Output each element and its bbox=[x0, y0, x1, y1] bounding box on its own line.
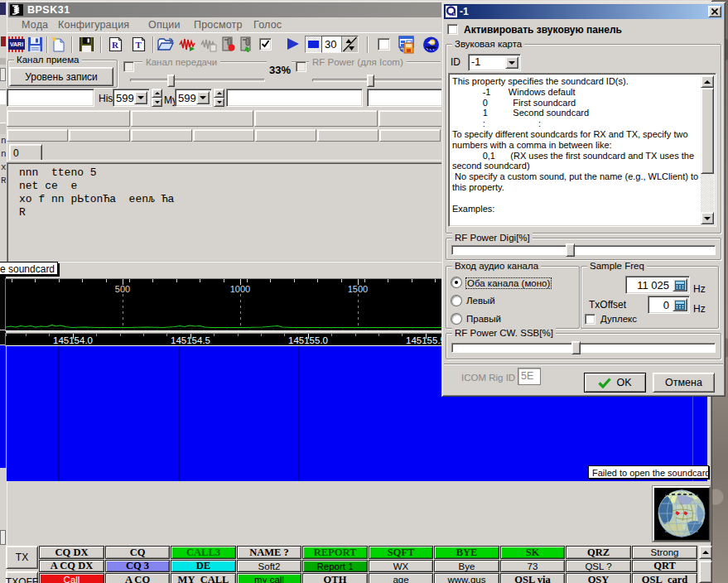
his-rst-spinner[interactable] bbox=[152, 89, 162, 107]
help-scrollbar[interactable] bbox=[701, 75, 714, 224]
menu-item-moda[interactable]: Мода bbox=[22, 19, 48, 31]
rf-power-slider-thumb[interactable] bbox=[367, 75, 374, 87]
save-dark-icon[interactable] bbox=[79, 36, 94, 52]
wave-red-icon[interactable] bbox=[179, 36, 196, 52]
ok-button[interactable]: OK bbox=[584, 373, 646, 393]
macro-button-sqft[interactable]: SQFT bbox=[369, 546, 433, 559]
icom-rig-id-field[interactable]: 5E bbox=[518, 368, 541, 385]
my-rst-combo[interactable]: 599 bbox=[175, 89, 212, 107]
macro-button-cq[interactable]: CQ bbox=[105, 546, 170, 559]
save-blue-icon[interactable] bbox=[27, 36, 43, 52]
macro-button-a-cq[interactable]: A CQ bbox=[105, 573, 170, 583]
rx-tab[interactable]: 0 bbox=[9, 144, 42, 161]
cancel-button[interactable]: Отмена bbox=[653, 373, 715, 393]
rf-power-checkbox[interactable] bbox=[296, 61, 306, 72]
macro-button-www-qus[interactable]: www.qus bbox=[434, 573, 499, 583]
macro-button-my-call[interactable]: my call bbox=[237, 573, 301, 583]
tx-level-slider-thumb[interactable] bbox=[167, 75, 175, 87]
macro-button-soft2[interactable]: Soft2 bbox=[237, 560, 301, 572]
macro-button-qsl-card[interactable]: QSL_card bbox=[632, 573, 697, 583]
rf-digi-slider-thumb[interactable] bbox=[566, 243, 575, 257]
macro-button-73[interactable]: 73 bbox=[500, 560, 565, 572]
macro-button-de[interactable]: DE bbox=[171, 560, 236, 572]
squelch-value[interactable]: 30 bbox=[325, 38, 336, 51]
txoffset-keypad-button[interactable] bbox=[673, 298, 687, 311]
macro-button-bye[interactable]: BYE bbox=[434, 546, 499, 559]
his-rst-dropdown-button[interactable] bbox=[134, 91, 147, 104]
tx-channel-checkbox[interactable] bbox=[123, 61, 134, 72]
tx-button[interactable]: TX bbox=[6, 546, 38, 569]
his-rst-spin-down[interactable] bbox=[152, 98, 162, 107]
macro-button-bye[interactable]: Bye bbox=[434, 560, 499, 572]
macro-button-qrz[interactable]: QRZ bbox=[566, 546, 631, 559]
page-t-icon[interactable]: T bbox=[131, 36, 147, 52]
macro-button-call3[interactable]: CALL3 bbox=[171, 546, 236, 559]
vari-chip-icon[interactable]: VARI bbox=[8, 36, 25, 52]
macro-scroll-thumb[interactable] bbox=[699, 561, 712, 583]
rf-digi-slider-track[interactable] bbox=[451, 245, 716, 255]
macro-button-qsl-[interactable]: QSL ? bbox=[566, 560, 631, 572]
sample-freq-keypad-button[interactable] bbox=[673, 278, 687, 292]
macro-button-age[interactable]: age bbox=[369, 573, 433, 583]
checked-box-icon[interactable] bbox=[259, 38, 272, 51]
new-file-icon[interactable] bbox=[51, 36, 66, 52]
help-scroll-up-button[interactable] bbox=[701, 75, 714, 88]
macro-button-qsy[interactable]: QSY bbox=[566, 573, 631, 583]
macro-button-qrt[interactable]: QRT bbox=[632, 560, 697, 572]
id-combo-dropdown-button[interactable] bbox=[505, 56, 518, 69]
radio-left-channel[interactable] bbox=[451, 296, 461, 306]
record-level-button[interactable]: Уровень записи bbox=[9, 67, 113, 86]
soundcard-help-area[interactable]: This property specifies the soundcard ID… bbox=[448, 73, 716, 227]
macro-button-wx[interactable]: WX bbox=[369, 560, 433, 572]
macro-button-my-call[interactable]: MY_CALL bbox=[171, 573, 236, 583]
menu-item-konfiguraciya[interactable]: Конфигурация bbox=[58, 19, 129, 31]
menu-item-prosmotr[interactable]: Просмотр bbox=[194, 19, 243, 31]
macro-button-sk[interactable]: SK bbox=[500, 546, 565, 559]
squelch-updown-icon[interactable] bbox=[341, 36, 358, 52]
macro-button-cq-3[interactable]: CQ 3 bbox=[105, 560, 170, 572]
help-scroll-down-button[interactable] bbox=[701, 212, 714, 224]
macro-button-report-1[interactable]: Report 1 bbox=[302, 560, 368, 572]
open-folder-icon[interactable] bbox=[157, 36, 175, 52]
macro-button-strong[interactable]: Strong bbox=[632, 546, 697, 559]
dialog-titlebar[interactable]: 3 -1 bbox=[444, 4, 723, 19]
my-rst-dropdown-button[interactable] bbox=[196, 91, 210, 104]
menu-item-opcii[interactable]: Опции bbox=[148, 19, 181, 31]
callsign-input[interactable] bbox=[7, 89, 94, 107]
page-r-icon[interactable]: R bbox=[108, 36, 123, 52]
macro-scroll-up-button[interactable] bbox=[699, 546, 712, 559]
name-input[interactable] bbox=[226, 89, 363, 107]
radio-right-channel[interactable] bbox=[451, 314, 461, 324]
stop-icon[interactable] bbox=[305, 36, 322, 53]
his-rst-combo[interactable]: 599 bbox=[113, 89, 150, 107]
my-rst-spin-up[interactable] bbox=[214, 89, 224, 98]
menu-item-golos[interactable]: Голос bbox=[253, 19, 282, 31]
dialog-close-button[interactable] bbox=[708, 6, 721, 17]
rf-power-slider-track[interactable] bbox=[312, 79, 461, 82]
duplex-checkbox[interactable] bbox=[585, 314, 595, 325]
sample-freq-field[interactable]: 11 025 bbox=[625, 276, 690, 294]
export-page-icon[interactable] bbox=[239, 36, 254, 52]
my-rst-spin-down[interactable] bbox=[214, 98, 224, 107]
txoff-button[interactable]: TXOFF bbox=[6, 571, 38, 583]
record-page-icon[interactable] bbox=[220, 36, 236, 52]
my-rst-spinner[interactable] bbox=[214, 89, 224, 107]
id-combo[interactable]: -1 bbox=[468, 54, 521, 71]
macro-button-qsl-via[interactable]: QSL via bbox=[500, 573, 565, 583]
macro-button-a-cq-dx[interactable]: A CQ DX bbox=[39, 560, 104, 572]
help-scroll-thumb[interactable] bbox=[701, 88, 714, 174]
rf-cw-slider-track[interactable] bbox=[451, 343, 716, 353]
txoffset-field[interactable]: 0 bbox=[648, 296, 690, 314]
macro-button-name-[interactable]: NAME ? bbox=[237, 546, 301, 559]
radio-both-channels[interactable] bbox=[451, 277, 461, 287]
tx-text-panel[interactable] bbox=[7, 481, 707, 544]
save-layout-icon[interactable] bbox=[398, 36, 415, 54]
macro-button-qth[interactable]: QTH bbox=[302, 573, 368, 583]
wave-gray-icon[interactable] bbox=[200, 36, 217, 52]
rf-cw-slider-thumb[interactable] bbox=[571, 341, 581, 354]
his-rst-spin-up[interactable] bbox=[152, 89, 162, 98]
macro-button-call[interactable]: Call bbox=[39, 573, 104, 583]
world-icon[interactable] bbox=[422, 36, 440, 54]
macro-button-report[interactable]: REPORT bbox=[302, 546, 368, 559]
macro-button-cq-dx[interactable]: CQ DX bbox=[39, 546, 104, 559]
